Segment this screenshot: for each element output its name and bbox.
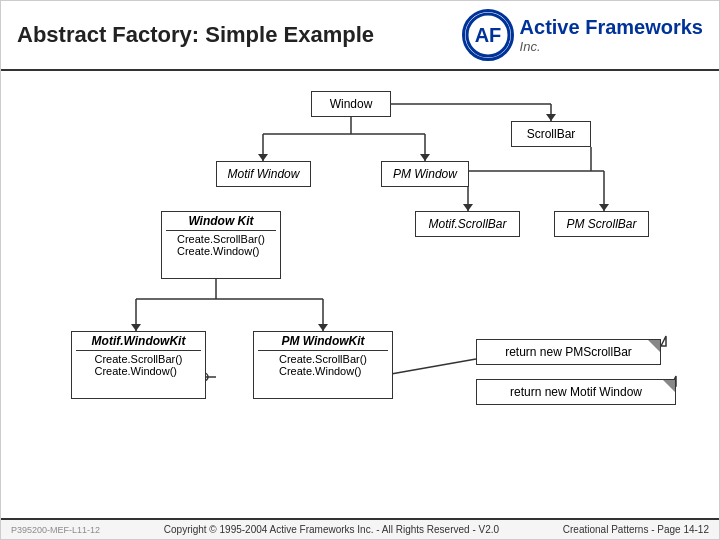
pm-wk-methods: Create.ScrollBar() Create.Window() (279, 353, 367, 377)
logo-sub: Inc. (520, 39, 703, 55)
svg-marker-20 (131, 324, 141, 331)
box-window: Window (311, 91, 391, 117)
box-pm-windowkit: PM WindowKit Create.ScrollBar() Create.W… (253, 331, 393, 399)
box-motif-window: Motif Window (216, 161, 311, 187)
box-window-kit: Window Kit Create.ScrollBar() Create.Win… (161, 211, 281, 279)
svg-marker-8 (258, 154, 268, 161)
logo-area: AF Active Frameworks Inc. (462, 9, 703, 61)
logo-name: Active Frameworks (520, 15, 703, 39)
logo-icon: AF (462, 9, 514, 61)
svg-line-25 (391, 359, 476, 374)
svg-marker-10 (420, 154, 430, 161)
footer-left: P395200-MEF-L11-12 (11, 525, 100, 535)
page: Abstract Factory: Simple Example AF Acti… (0, 0, 720, 540)
diagram: Window ScrollBar Motif Window PM Window … (21, 81, 699, 461)
svg-text:AF: AF (474, 24, 501, 46)
box-pm-window: PM Window (381, 161, 469, 187)
header: Abstract Factory: Simple Example AF Acti… (1, 1, 719, 71)
svg-marker-22 (318, 324, 328, 331)
footer-center: Copyright © 1995-2004 Active Frameworks … (100, 524, 563, 535)
window-kit-title: Window Kit (166, 214, 276, 231)
page-title: Abstract Factory: Simple Example (17, 22, 374, 48)
logo-text: Active Frameworks Inc. (520, 15, 703, 55)
box-motif-scrollbar: Motif.ScrollBar (415, 211, 520, 237)
box-scrollbar: ScrollBar (511, 121, 591, 147)
box-pm-scrollbar: PM ScrollBar (554, 211, 649, 237)
main-content: Window ScrollBar Motif Window PM Window … (1, 71, 719, 518)
svg-marker-4 (546, 114, 556, 121)
box-motif-windowkit: Motif.WindowKit Create.ScrollBar() Creat… (71, 331, 206, 399)
motif-wk-title: Motif.WindowKit (76, 334, 201, 351)
motif-wk-methods: Create.ScrollBar() Create.Window() (94, 353, 182, 377)
box-return-pm-scrollbar: return new PMScrollBar (476, 339, 661, 365)
svg-marker-14 (463, 204, 473, 211)
window-kit-methods: Create.ScrollBar() Create.Window() (177, 233, 265, 257)
footer-right: Creational Patterns - Page 14-12 (563, 524, 709, 535)
box-return-motif-window: return new Motif Window (476, 379, 676, 405)
pm-wk-title: PM WindowKit (258, 334, 388, 351)
svg-marker-16 (599, 204, 609, 211)
footer: P395200-MEF-L11-12 Copyright © 1995-2004… (1, 518, 719, 539)
